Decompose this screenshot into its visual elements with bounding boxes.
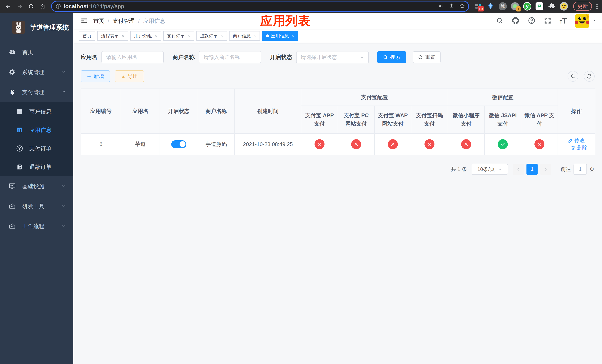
breadcrumb-current: 应用信息 bbox=[143, 17, 165, 25]
toolbox-icon bbox=[8, 223, 16, 230]
tag-app-info-active[interactable]: 应用信息 bbox=[262, 31, 298, 41]
edit-button[interactable]: 修改 bbox=[568, 137, 585, 144]
forward-icon[interactable] bbox=[15, 1, 24, 11]
grid-table-icon bbox=[16, 127, 24, 133]
help-icon[interactable] bbox=[528, 17, 536, 25]
next-page-button[interactable] bbox=[540, 164, 551, 175]
prev-page-button[interactable] bbox=[513, 164, 524, 175]
data-table: 应用编号 应用名 开启状态 商户名称 创建时间 支付宝配置 微信配置 操作 支付… bbox=[73, 82, 602, 155]
extension-chat-icon[interactable] bbox=[535, 2, 544, 10]
extensions-puzzle-icon[interactable] bbox=[548, 2, 556, 10]
tag-merchant-info[interactable]: 商户信息 bbox=[229, 31, 260, 41]
font-size-icon[interactable]: TT bbox=[559, 17, 567, 25]
header-search-icon[interactable] bbox=[496, 17, 503, 25]
sidebar-item-payment[interactable]: ¥ 支付管理 bbox=[0, 82, 73, 102]
app-logo[interactable]: 芋道管理系统 bbox=[0, 13, 73, 42]
extension-command-icon[interactable]: ⌘ bbox=[499, 2, 507, 10]
chevron-down-icon bbox=[498, 167, 502, 171]
tag-refund-orders[interactable]: 退款订单 bbox=[196, 31, 227, 41]
tag-home[interactable]: 首页 bbox=[79, 31, 95, 41]
sidebar-item-devtools[interactable]: 研发工具 bbox=[0, 196, 73, 216]
sidebar-item-merchant-info[interactable]: 商户信息 bbox=[0, 102, 73, 121]
chevron-up-icon bbox=[62, 89, 66, 95]
goto-page-input[interactable] bbox=[573, 164, 587, 175]
col-alipay-app: 支付宝 APP 支付 bbox=[301, 106, 338, 133]
total-count: 共 1 条 bbox=[451, 166, 467, 173]
tag-flow-form[interactable]: 流程表单 bbox=[97, 31, 128, 41]
extension-badge: 10 bbox=[478, 6, 484, 11]
close-icon[interactable] bbox=[187, 34, 190, 38]
status-label: 开启状态 bbox=[270, 54, 292, 61]
sidebar-collapse-icon[interactable] bbox=[79, 16, 89, 26]
extension-yuque-icon[interactable]: y bbox=[523, 2, 531, 10]
password-key-icon[interactable] bbox=[438, 3, 444, 10]
trash-icon bbox=[571, 145, 576, 150]
col-alipay-wap: 支付宝 WAP 网站支付 bbox=[375, 106, 411, 133]
close-icon[interactable] bbox=[291, 34, 294, 38]
extension-recorder-icon[interactable]: 1 bbox=[511, 2, 519, 10]
back-icon[interactable] bbox=[3, 1, 13, 11]
reload-icon[interactable] bbox=[26, 1, 36, 11]
extension-badge: 1 bbox=[516, 6, 521, 11]
sidebar-item-home[interactable]: 首页 bbox=[0, 42, 73, 62]
enable-toggle[interactable] bbox=[171, 140, 186, 148]
page-1-button[interactable]: 1 bbox=[527, 164, 538, 175]
browser-update-button[interactable]: 更新 bbox=[573, 2, 592, 11]
url-bar[interactable]: localhost:1024/pay/app bbox=[52, 1, 468, 11]
sidebar-item-refund-orders[interactable]: 退款订单 bbox=[0, 158, 73, 176]
search-icon bbox=[383, 55, 388, 60]
breadcrumb-home[interactable]: 首页 bbox=[93, 17, 104, 25]
pencil-icon bbox=[568, 138, 573, 143]
add-button[interactable]: 新增 bbox=[81, 70, 110, 82]
cell-status bbox=[160, 133, 198, 155]
browser-menu-icon[interactable] bbox=[596, 4, 598, 9]
github-icon[interactable] bbox=[511, 16, 520, 25]
close-icon[interactable] bbox=[253, 34, 256, 38]
close-icon[interactable] bbox=[220, 34, 223, 38]
sidebar-item-workflow[interactable]: 工作流程 bbox=[0, 216, 73, 236]
profile-avatar-icon[interactable] bbox=[560, 2, 568, 10]
toggle-search-button[interactable] bbox=[568, 71, 578, 82]
plus-icon bbox=[87, 74, 91, 79]
chevron-down-icon bbox=[62, 223, 66, 229]
breadcrumb-payment[interactable]: 支付管理 bbox=[113, 17, 135, 25]
yen-circle-icon bbox=[16, 145, 24, 152]
delete-button[interactable]: 删除 bbox=[571, 144, 587, 151]
export-button[interactable]: 导出 bbox=[115, 70, 144, 82]
active-dot bbox=[266, 34, 269, 37]
chevron-left-icon bbox=[516, 167, 521, 171]
search-button[interactable]: 搜索 bbox=[377, 51, 406, 63]
reset-button[interactable]: 重置 bbox=[413, 51, 441, 63]
user-avatar[interactable] bbox=[575, 14, 596, 28]
tag-pay-orders[interactable]: 支付订单 bbox=[163, 31, 194, 41]
sidebar-item-pay-orders[interactable]: 支付订单 bbox=[0, 139, 73, 158]
extension-gem-icon[interactable] bbox=[486, 2, 495, 10]
col-app-name: 应用名 bbox=[121, 89, 160, 133]
col-wx-mini: 微信小程序支付 bbox=[448, 106, 484, 133]
close-icon[interactable] bbox=[154, 34, 157, 38]
browser-toolbar: localhost:1024/pay/app 10 ⌘ 1 bbox=[0, 0, 602, 13]
fullscreen-icon[interactable] bbox=[544, 17, 551, 25]
app-name-input[interactable] bbox=[101, 51, 164, 63]
url-path: :1024/pay/app bbox=[88, 3, 124, 9]
sidebar-item-infra[interactable]: 基础设施 bbox=[0, 176, 73, 196]
caret-down-icon bbox=[592, 19, 596, 23]
payment-submenu: 商户信息 应用信息 支付订单 退款订单 bbox=[0, 102, 73, 176]
sidebar-item-system[interactable]: 系统管理 bbox=[0, 62, 73, 82]
sidebar-item-app-info[interactable]: 应用信息 bbox=[0, 121, 73, 139]
table-toolbar: 新增 导出 bbox=[73, 63, 602, 82]
bookmark-star-icon[interactable] bbox=[459, 3, 465, 10]
page-size-select[interactable]: 10条/页 bbox=[472, 164, 508, 175]
share-icon[interactable] bbox=[449, 3, 454, 10]
col-actions: 操作 bbox=[558, 89, 595, 133]
extension-pieces-icon[interactable]: 10 bbox=[474, 2, 483, 10]
pagination: 共 1 条 10条/页 1 前往 页 bbox=[73, 155, 602, 175]
refresh-table-button[interactable] bbox=[584, 71, 595, 82]
toolbox-icon bbox=[8, 203, 16, 210]
site-info-icon[interactable] bbox=[55, 3, 62, 10]
tag-user-group[interactable]: 用户分组 bbox=[130, 31, 161, 41]
home-icon[interactable] bbox=[38, 1, 47, 11]
close-icon[interactable] bbox=[121, 34, 124, 38]
merchant-name-input[interactable] bbox=[199, 51, 261, 63]
status-select[interactable]: 请选择开启状态 bbox=[296, 51, 369, 63]
